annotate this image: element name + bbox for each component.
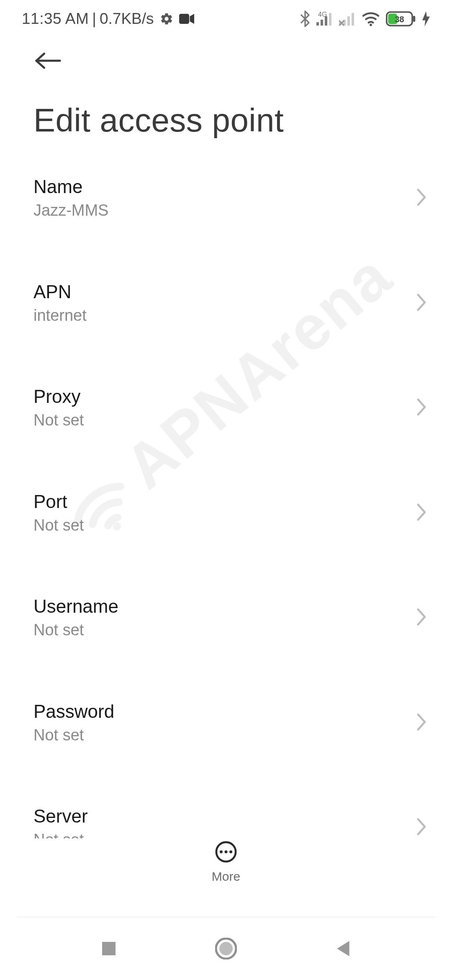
more-button[interactable]: More xyxy=(0,838,452,905)
setting-label: Port xyxy=(33,490,419,513)
nav-home-button[interactable] xyxy=(209,932,243,965)
svg-point-18 xyxy=(225,851,228,854)
nav-back-button[interactable] xyxy=(326,932,360,965)
setting-label: Server xyxy=(33,805,419,828)
settings-list: Name Jazz-MMS APN internet Proxy Not set… xyxy=(0,159,452,846)
svg-point-17 xyxy=(220,851,223,854)
svg-rect-5 xyxy=(329,13,331,26)
svg-rect-1 xyxy=(179,14,189,24)
square-icon xyxy=(100,940,117,957)
wifi-icon xyxy=(362,11,380,26)
setting-label: Username xyxy=(33,595,419,618)
chevron-right-icon xyxy=(416,188,427,208)
status-time: 11:35 AM xyxy=(22,10,89,28)
svg-point-10 xyxy=(370,24,372,26)
svg-rect-12 xyxy=(413,16,415,22)
more-label: More xyxy=(212,869,240,884)
chevron-right-icon xyxy=(416,608,427,628)
system-nav-bar xyxy=(0,917,452,980)
svg-rect-2 xyxy=(316,22,319,26)
setting-value: Not set xyxy=(33,516,419,536)
gear-icon xyxy=(160,12,173,26)
status-net-speed: 0.7KB/s xyxy=(100,10,154,28)
setting-label: Proxy xyxy=(33,385,419,408)
setting-item-apn[interactable]: APN internet xyxy=(0,264,452,343)
signal-4g-icon: 4G xyxy=(316,12,333,26)
svg-point-19 xyxy=(229,851,232,854)
bluetooth-icon xyxy=(300,10,311,27)
page-title: Edit access point xyxy=(33,101,419,139)
status-separator: | xyxy=(92,10,96,28)
chevron-right-icon xyxy=(416,503,427,523)
svg-rect-9 xyxy=(352,13,354,26)
setting-value: Jazz-MMS xyxy=(33,201,419,221)
setting-item-proxy[interactable]: Proxy Not set xyxy=(0,369,452,447)
arrow-left-icon xyxy=(35,52,62,70)
back-button[interactable] xyxy=(33,46,63,75)
triangle-left-icon xyxy=(335,939,352,958)
svg-rect-3 xyxy=(321,20,323,26)
charging-icon xyxy=(422,11,430,26)
nav-recents-button[interactable] xyxy=(92,932,126,965)
circle-icon xyxy=(215,938,237,959)
header: Edit access point xyxy=(0,46,452,139)
setting-item-port[interactable]: Port Not set xyxy=(0,474,452,552)
status-bar: 11:35 AM | 0.7KB/s 4G 38 xyxy=(0,0,452,38)
svg-rect-20 xyxy=(102,942,116,955)
setting-value: Not set xyxy=(33,410,419,431)
chevron-right-icon xyxy=(416,818,427,838)
chevron-right-icon xyxy=(416,398,427,418)
setting-label: Name xyxy=(33,175,419,198)
battery-icon: 38 xyxy=(386,11,416,26)
svg-text:38: 38 xyxy=(395,15,404,24)
more-horizontal-icon xyxy=(213,838,239,865)
setting-value: Not set xyxy=(33,620,419,640)
setting-item-server[interactable]: Server Not set xyxy=(0,789,452,846)
setting-label: Password xyxy=(33,700,419,723)
signal-nosim-icon xyxy=(339,12,356,26)
setting-value: Not set xyxy=(33,725,419,745)
svg-point-22 xyxy=(219,942,233,955)
chevron-right-icon xyxy=(416,713,427,733)
setting-value: internet xyxy=(33,306,419,326)
video-icon xyxy=(179,13,194,25)
setting-item-username[interactable]: Username Not set xyxy=(0,579,452,657)
setting-item-password[interactable]: Password Not set xyxy=(0,684,452,762)
setting-label: APN xyxy=(33,280,419,303)
setting-item-name[interactable]: Name Jazz-MMS xyxy=(0,159,452,237)
chevron-right-icon xyxy=(416,293,427,313)
svg-rect-8 xyxy=(347,16,350,26)
